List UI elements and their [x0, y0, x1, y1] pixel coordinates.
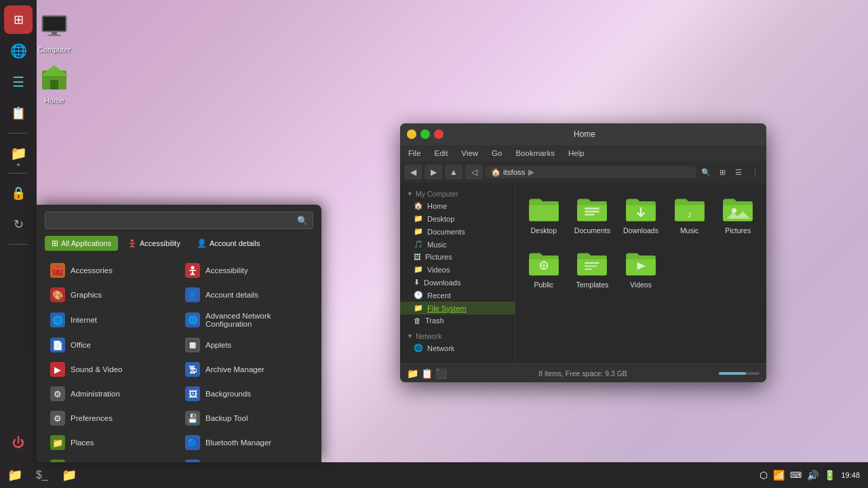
- svg-point-7: [131, 239, 134, 242]
- app-item-sound-video[interactable]: ▶ Sound & Video: [45, 358, 178, 381]
- app-item-graphics[interactable]: 🎨 Graphics: [45, 283, 178, 306]
- battery-tray-icon: 🔋: [824, 470, 835, 481]
- category-accessibility[interactable]: Accessibility: [121, 236, 187, 251]
- taskbar-left: 📁 $_ 📁: [3, 464, 81, 486]
- app-item-accessibility-r[interactable]: Accessibility: [180, 259, 313, 282]
- dock-item-browser[interactable]: 🌐: [4, 37, 33, 65]
- svg-rect-1: [43, 17, 65, 30]
- maximize-button[interactable]: [420, 129, 430, 139]
- breadcrumb[interactable]: 🏠 itsfoss ▶: [486, 166, 696, 178]
- app-item-applets[interactable]: 🔲 Applets: [180, 333, 313, 357]
- folder-documents-label: Documents: [574, 226, 610, 235]
- app-item-backgrounds[interactable]: 🖼 Backgrounds: [180, 382, 313, 405]
- sidebar-item-home[interactable]: 🏠 Home: [400, 199, 515, 212]
- app-item-office[interactable]: 📄 Office: [45, 333, 178, 357]
- sidebar-item-filesystem[interactable]: 📁 File System: [400, 302, 515, 314]
- folder-downloads[interactable]: Downloads: [619, 190, 663, 239]
- dock-item-menu[interactable]: ⊞: [4, 5, 33, 34]
- app-item-preferences[interactable]: ⚙ Preferences: [45, 407, 178, 430]
- folder-public[interactable]: Public: [522, 244, 566, 293]
- category-all-applications[interactable]: ⊞ All Applications: [45, 236, 118, 251]
- menu-go[interactable]: Go: [489, 148, 505, 159]
- minimize-button[interactable]: [407, 129, 416, 139]
- music-sidebar-icon: 🎵: [414, 240, 423, 249]
- app-item-places[interactable]: 📁 Places: [45, 431, 178, 454]
- folder-documents[interactable]: Documents: [571, 190, 614, 239]
- open-terminal-icon[interactable]: ⬛: [435, 368, 447, 379]
- menu-view[interactable]: View: [458, 148, 481, 159]
- fm-body: ▼ My Computer 🏠 Home 📁 Desktop 📁 Documen…: [400, 183, 766, 363]
- folder-templates-label: Templates: [576, 281, 608, 289]
- zoom-bar[interactable]: [719, 372, 760, 375]
- dock-item-files[interactable]: 📁: [4, 139, 33, 167]
- sidebar-item-recent[interactable]: 🕐 Recent: [400, 289, 515, 302]
- app-item-bluetooth[interactable]: 🔵 Bluetooth Manager: [180, 431, 313, 454]
- app-item-archive[interactable]: 🗜 Archive Manager: [180, 358, 313, 381]
- app-search-input[interactable]: [45, 211, 313, 229]
- close-button[interactable]: [434, 129, 443, 139]
- sidebar-item-music[interactable]: 🎵 Music: [400, 238, 515, 251]
- taskbar-files[interactable]: 📁: [3, 464, 27, 486]
- taskbar-nemo[interactable]: 📁: [57, 464, 81, 486]
- zoom-control: [719, 372, 760, 375]
- window-controls: [407, 129, 443, 139]
- properties-icon[interactable]: 📋: [421, 368, 433, 379]
- toggle-sidebar-button[interactable]: ◁: [465, 165, 483, 180]
- sidebar-item-trash[interactable]: 🗑 Trash: [400, 314, 515, 327]
- window-title: Home: [443, 129, 726, 139]
- svg-rect-17: [585, 268, 592, 270]
- app-item-administration[interactable]: ⚙ Administration: [45, 382, 178, 405]
- up-button[interactable]: ▲: [445, 165, 462, 180]
- sidebar-item-documents[interactable]: 📁 Documents: [400, 225, 515, 238]
- app-item-account-details[interactable]: 👤 Account details: [180, 283, 313, 306]
- app-item-internet[interactable]: 🌐 Internet: [45, 308, 178, 332]
- computer-icon-label: Computer: [38, 45, 71, 54]
- app-item-accessories[interactable]: 🧰 Accessories: [45, 259, 178, 282]
- dock-item-notes[interactable]: 📋: [4, 99, 33, 127]
- app-item-adv-network[interactable]: 🌐 Advanced Network Configuration: [180, 308, 313, 332]
- menu-edit[interactable]: Edit: [432, 148, 451, 159]
- sidebar-item-network[interactable]: 🌐 Network: [400, 342, 515, 354]
- folder-music[interactable]: ♪ Music: [668, 190, 711, 239]
- folder-pictures-label: Pictures: [725, 226, 751, 235]
- clock: 19:48: [841, 471, 860, 479]
- app-item-recent-files[interactable]: 📁 Recent Files: [45, 455, 178, 462]
- sidebar-item-downloads[interactable]: ⬇ Downloads: [400, 276, 515, 289]
- folder-templates[interactable]: Templates: [571, 244, 614, 293]
- search-button[interactable]: 🔍: [698, 165, 713, 180]
- dock-item-lock[interactable]: 🔒: [4, 179, 33, 207]
- list-view-button[interactable]: ☰: [731, 165, 746, 180]
- svg-text:♪: ♪: [687, 209, 692, 220]
- dock-item-text-editor[interactable]: ☰: [4, 68, 33, 96]
- forward-button[interactable]: ▶: [425, 165, 442, 180]
- dock-item-power[interactable]: ⏻: [4, 428, 33, 457]
- sidebar-header-network[interactable]: ▼ Network: [400, 329, 515, 342]
- collapse-icon: ▼: [407, 190, 413, 197]
- dock-item-update[interactable]: ↻: [4, 210, 33, 239]
- sound-tray-icon: 🔊: [807, 470, 818, 481]
- app-item-calculator[interactable]: 🖩 Calculator: [180, 455, 313, 462]
- svg-rect-9: [585, 207, 599, 209]
- svg-rect-10: [585, 211, 599, 213]
- folder-videos[interactable]: Videos: [619, 244, 663, 293]
- sidebar-item-desktop[interactable]: 📁 Desktop: [400, 212, 515, 225]
- sidebar-header-computer[interactable]: ▼ My Computer: [400, 187, 515, 199]
- taskbar-terminal[interactable]: $_: [30, 464, 54, 486]
- category-account[interactable]: 👤 Account details: [190, 236, 267, 251]
- app-item-backup[interactable]: 💾 Backup Tool: [180, 407, 313, 430]
- menu-file[interactable]: File: [406, 148, 424, 159]
- dock: ⊞ 🌐 ☰ 📋 📁 🔒 ↻ ⏻: [0, 0, 37, 462]
- menu-help[interactable]: Help: [566, 148, 587, 159]
- taskbar: 📁 $_ 📁 ⬡ 📶 ⌨ 🔊 🔋 19:48: [0, 462, 868, 488]
- back-button[interactable]: ◀: [404, 165, 422, 180]
- new-folder-icon[interactable]: 📁: [407, 368, 418, 379]
- menu-bookmarks[interactable]: Bookmarks: [513, 148, 557, 159]
- folder-pictures[interactable]: Pictures: [716, 190, 760, 239]
- icon-view-button[interactable]: ⊞: [715, 165, 730, 180]
- filesystem-sidebar-icon: 📁: [414, 304, 423, 312]
- svg-rect-16: [585, 266, 597, 267]
- sidebar-item-pictures[interactable]: 🖼 Pictures: [400, 251, 515, 263]
- more-button[interactable]: ⋮: [747, 165, 762, 180]
- folder-desktop[interactable]: Desktop: [522, 190, 566, 239]
- sidebar-item-videos[interactable]: 📁 Videos: [400, 263, 515, 276]
